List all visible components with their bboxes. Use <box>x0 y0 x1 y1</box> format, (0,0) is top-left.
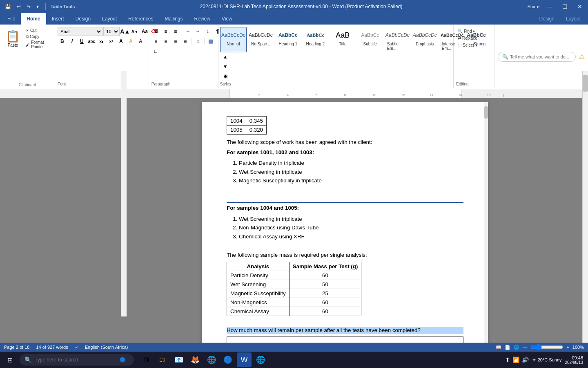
text-effects-button[interactable]: A <box>116 37 125 46</box>
task-view-button[interactable]: ⧉ <box>139 352 154 367</box>
strikethrough-button[interactable]: abc <box>87 37 96 46</box>
italic-button[interactable]: I <box>67 37 76 46</box>
styles-down-button[interactable]: ▼ <box>221 62 230 71</box>
style-item-normal[interactable]: AaBbCcDcNormal <box>220 27 247 52</box>
tab-mailings[interactable]: Mailings <box>159 13 188 25</box>
tab-file[interactable]: File <box>2 13 21 25</box>
print-layout-button[interactable]: 📄 <box>505 345 510 350</box>
tab-review[interactable]: Review <box>188 13 216 25</box>
multilevel-button[interactable]: ≡ <box>171 27 180 36</box>
tab-design[interactable]: Design <box>70 13 96 25</box>
scroll-thumb[interactable] <box>484 106 488 119</box>
align-left-button[interactable]: ≡ <box>151 37 160 46</box>
minimize-button[interactable]: — <box>544 2 555 11</box>
sample-mass-intro: The following sample mass is required pe… <box>227 251 463 259</box>
scope-list-item: Non-Magnetics using Davis Tube <box>239 223 463 232</box>
redo-button[interactable]: ↪ <box>25 3 32 10</box>
select-button[interactable]: ⬚ Select ▾ <box>456 43 479 48</box>
styles-expand-button[interactable]: ⊞ <box>221 72 230 81</box>
change-case-button[interactable]: Aa <box>140 27 149 36</box>
align-center-button[interactable]: ≡ <box>161 37 170 46</box>
word-button[interactable]: W <box>237 352 252 367</box>
increase-indent-button[interactable]: → <box>194 27 203 36</box>
tab-layout[interactable]: Layout <box>96 13 122 25</box>
font-decrease-button[interactable]: A▼ <box>130 27 139 36</box>
save-button[interactable]: 💾 <box>3 3 13 10</box>
underline-button[interactable]: U <box>77 37 86 46</box>
paste-button[interactable]: 📋 Paste <box>2 28 23 49</box>
tab-home[interactable]: Home <box>21 13 46 25</box>
maximize-button[interactable]: ☐ <box>560 2 570 11</box>
document-area[interactable]: 1004 0.345 1005 0.320 The following scop… <box>127 98 564 368</box>
tray-arrow[interactable]: ⬆ <box>505 357 510 363</box>
superscript-button[interactable]: x² <box>107 37 116 46</box>
network-icon[interactable]: 📶 <box>512 357 519 363</box>
tab-references[interactable]: References <box>122 13 159 25</box>
file-explorer-button[interactable]: 🗂 <box>155 352 170 367</box>
font-increase-button[interactable]: A▲ <box>120 27 129 36</box>
sort-button[interactable]: ↕ <box>203 27 212 36</box>
bullets-button[interactable]: ≡ <box>151 27 160 36</box>
customize-qa-button[interactable]: ▾ <box>35 3 40 10</box>
justify-button[interactable]: ≡ <box>181 37 190 46</box>
close-button[interactable]: ✕ <box>575 2 585 11</box>
browser2-button[interactable]: 🌐 <box>253 352 268 367</box>
tab-insert[interactable]: Insert <box>46 13 70 25</box>
numbering-button[interactable]: ≡ <box>161 27 170 36</box>
main-scroll-thumb[interactable] <box>583 75 588 92</box>
language-indicator[interactable]: English (South Africa) <box>85 345 128 350</box>
find-button[interactable]: 🔍 Find ▾ <box>456 29 479 34</box>
zoom-slider[interactable] <box>530 344 563 350</box>
edge-button[interactable]: 🌐 <box>204 352 219 367</box>
style-item-heading-2[interactable]: AaBbCcHeading 2 <box>302 27 329 52</box>
style-item-no-spac---[interactable]: AaBbCcDcNo Spac... <box>247 27 274 52</box>
style-item-subtitle[interactable]: AaBbCcSubtitle <box>357 27 383 52</box>
tab-layout-context[interactable]: Layout <box>560 13 586 25</box>
tell-me-input[interactable] <box>510 54 571 59</box>
tab-view[interactable]: View <box>216 13 238 25</box>
zoom-in-button[interactable]: + <box>566 345 569 350</box>
font-size-select[interactable]: 10 12 <box>103 27 120 36</box>
style-item-subtle-em---[interactable]: AaBbCcDcSubtle Em... <box>384 27 411 52</box>
font-face-select[interactable]: Arial <box>58 27 102 36</box>
zoom-out-button[interactable]: — <box>523 345 527 350</box>
line-spacing-button[interactable]: ↕ <box>194 37 203 46</box>
left-panel <box>0 98 127 368</box>
scope-list-item: Wet Screening in triplicate <box>239 168 463 176</box>
main-scrollbar[interactable] <box>582 71 588 368</box>
format-painter-button[interactable]: 🖌 Format Painter <box>24 40 52 49</box>
decrease-indent-button[interactable]: ← <box>184 27 193 36</box>
mail-button[interactable]: 📧 <box>172 352 186 367</box>
undo-button[interactable]: ↩ <box>15 3 22 10</box>
copy-button[interactable]: ⧉ Copy <box>24 34 52 39</box>
find-arrow: ▾ <box>473 29 475 34</box>
tab-design-context[interactable]: Design <box>534 13 560 25</box>
top-table-cell: 1005 <box>227 126 246 135</box>
subscript-button[interactable]: x₂ <box>97 37 106 46</box>
style-item-title[interactable]: AaBTitle <box>330 27 356 52</box>
spell-icon[interactable]: ✓ <box>75 345 78 350</box>
share-button[interactable]: Share <box>528 4 539 9</box>
chrome-button[interactable]: 🔵 <box>220 352 235 367</box>
firefox-button[interactable]: 🦊 <box>188 352 203 367</box>
align-right-button[interactable]: ≡ <box>171 37 180 46</box>
time-display: 09:48 <box>565 355 584 360</box>
start-button[interactable]: ⊞ <box>2 352 18 368</box>
shading-button[interactable]: ▥ <box>206 37 215 46</box>
taskbar-search-input[interactable] <box>35 357 116 363</box>
style-item-emphasis[interactable]: AaBbCcDcEmphasis <box>412 27 438 52</box>
read-mode-button[interactable]: 📖 <box>496 345 501 350</box>
borders-button[interactable]: □ <box>151 47 160 56</box>
web-layout-button[interactable]: 🌐 <box>514 345 519 350</box>
style-item-heading-1[interactable]: AaBbCcHeading 1 <box>275 27 301 52</box>
font-color-button[interactable]: A <box>136 37 145 46</box>
replace-button[interactable]: ⇄ Replace <box>456 36 479 41</box>
left-scrollbar[interactable] <box>121 71 127 316</box>
styles-up-button[interactable]: ▲ <box>221 52 230 61</box>
cut-button[interactable]: ✂ Cut <box>24 28 52 33</box>
volume-icon[interactable]: 🔊 <box>522 357 529 363</box>
taskbar-search[interactable]: 🔍 🔵 <box>20 354 134 366</box>
highlight-button[interactable]: A <box>126 37 135 46</box>
bold-button[interactable]: B <box>58 37 67 46</box>
paragraph-label: Paragraph <box>151 81 171 86</box>
